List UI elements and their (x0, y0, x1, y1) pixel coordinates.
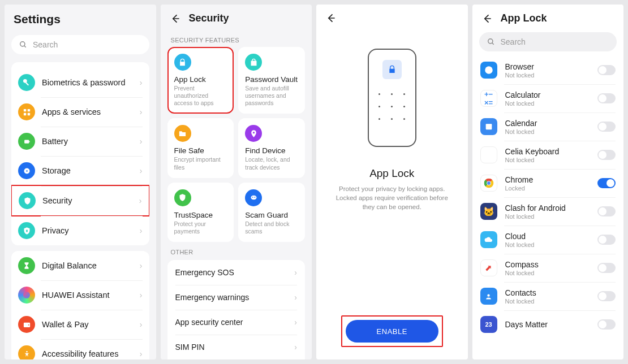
settings-item-apps-services[interactable]: Apps & services› (11, 97, 149, 127)
compass-icon: ⬈ (480, 259, 497, 276)
settings-item-label: Digital Balance (42, 261, 133, 270)
settings-item-digital-balance[interactable]: Digital Balance› (11, 251, 149, 280)
svg-point-35 (487, 294, 489, 296)
app-lock-toggle[interactable] (597, 235, 616, 245)
lock-icon (174, 54, 191, 71)
security-card-trustspace[interactable]: TrustSpaceProtect your payments (167, 183, 234, 242)
app-lock-toggle[interactable] (597, 122, 616, 132)
app-name: Celia Keyboard (505, 147, 590, 156)
app-status: Locked (505, 185, 590, 192)
section-header: SECURITY FEATURES (161, 30, 312, 47)
svg-point-15 (28, 324, 29, 325)
app-status: Not locked (505, 72, 590, 79)
svg-point-27 (485, 66, 493, 74)
chevron-right-icon: › (294, 318, 297, 327)
access-icon (18, 345, 35, 359)
pin-dots (375, 89, 409, 123)
chevron-right-icon: › (140, 261, 143, 270)
app-status: Not locked (505, 213, 590, 220)
svg-rect-4 (23, 109, 25, 111)
app-lock-toggle[interactable] (597, 65, 616, 75)
app-row-chrome: ChromeLocked (472, 169, 624, 197)
app-name: Clash for Android (505, 203, 590, 213)
settings-item-label: Biometrics & password (42, 78, 133, 87)
search-placeholder: Search (33, 40, 58, 49)
app-lock-toggle[interactable] (597, 263, 616, 273)
battery-icon (18, 133, 35, 150)
days-icon: 23 (480, 316, 497, 333)
search-input[interactable]: Search (479, 32, 617, 51)
other-item-label: App security center (175, 318, 243, 327)
enable-button[interactable]: ENABLE (346, 320, 438, 343)
settings-item-battery[interactable]: Battery› (11, 127, 149, 156)
app-name: Browser (505, 62, 590, 71)
other-item-label: SIM PIN (175, 343, 205, 352)
app-lock-toggle[interactable] (597, 178, 616, 188)
settings-item-security[interactable]: Security› (11, 185, 149, 216)
contact-icon (480, 288, 497, 305)
back-arrow-icon[interactable] (170, 13, 181, 24)
settings-item-biometrics-password[interactable]: Biometrics & password› (11, 68, 149, 97)
other-item-sim-pin[interactable]: SIM PIN› (167, 335, 306, 359)
chevron-right-icon: › (139, 196, 142, 205)
app-status: Not locked (505, 100, 590, 107)
page-title: App Lock (501, 12, 547, 24)
app-name: Cloud (505, 232, 590, 241)
security-feature-grid: App LockPrevent unauthorized access to a… (161, 47, 312, 242)
card-subtitle: Save and autofill usernames and password… (245, 85, 298, 107)
card-subtitle: Protect your payments (174, 220, 227, 235)
app-status: Not locked (505, 270, 590, 276)
card-subtitle: Encrypt important files (174, 156, 227, 171)
assistant-icon (18, 287, 35, 304)
svg-point-16 (26, 350, 28, 352)
app-lock-toggle[interactable] (597, 93, 616, 103)
settings-item-huawei-assistant[interactable]: HUAWEI Assistant› (11, 280, 149, 310)
app-lock-toggle[interactable] (597, 150, 616, 160)
security-card-password-vault[interactable]: Password VaultSave and autofill username… (238, 47, 305, 114)
svg-rect-3 (25, 82, 29, 85)
back-arrow-icon[interactable] (325, 12, 337, 24)
settings-item-accessibility-features[interactable]: Accessibility features› (11, 339, 149, 359)
card-subtitle: Detect and block scams (245, 220, 298, 235)
app-name: Chrome (505, 175, 590, 184)
security-other-list: Emergency SOS›Emergency warnings›App sec… (167, 260, 306, 359)
svg-rect-5 (27, 109, 29, 111)
search-input[interactable]: Search (11, 35, 149, 54)
svg-point-19 (253, 132, 255, 133)
svg-rect-12 (26, 229, 28, 232)
chevron-right-icon: › (140, 78, 143, 87)
settings-item-storage[interactable]: Storage› (11, 156, 149, 185)
enable-button-highlight: ENABLE (341, 315, 443, 347)
back-arrow-icon[interactable] (481, 13, 493, 24)
settings-item-wallet-pay[interactable]: Wallet & Pay› (11, 310, 149, 339)
svg-rect-29 (485, 124, 492, 125)
svg-rect-6 (23, 112, 25, 115)
security-card-scam-guard[interactable]: Scam GuardDetect and block scams (238, 183, 305, 242)
settings-item-privacy[interactable]: Privacy› (11, 216, 149, 245)
other-item-app-security-center[interactable]: App security center› (167, 310, 306, 335)
svg-point-22 (254, 197, 255, 198)
security-card-app-lock[interactable]: App LockPrevent unauthorized access to a… (167, 47, 234, 114)
app-status: Not locked (505, 157, 590, 163)
security-card-file-safe[interactable]: File SafeEncrypt important files (167, 118, 234, 177)
shield-icon (174, 189, 191, 206)
security-pane: Security SECURITY FEATURES App LockPreve… (161, 5, 312, 359)
other-item-emergency-sos[interactable]: Emergency SOS› (167, 260, 306, 285)
applock-list-header: App Lock (472, 5, 624, 30)
security-card-find-device[interactable]: Find DeviceLocate, lock, and track devic… (238, 118, 305, 177)
page-title: Security (189, 12, 229, 24)
card-title: Scam Guard (245, 211, 298, 219)
app-row-calendar: CalendarNot locked (472, 112, 624, 141)
app-lock-toggle[interactable] (597, 291, 616, 301)
chevron-right-icon: › (140, 320, 143, 329)
app-lock-toggle[interactable] (597, 319, 616, 330)
chevron-right-icon: › (140, 291, 143, 300)
applock-description: Protect your privacy by locking apps. Lo… (330, 184, 454, 211)
settings-item-label: Accessibility features (42, 349, 133, 358)
app-lock-toggle[interactable] (597, 206, 616, 216)
wallet-icon (18, 316, 35, 333)
other-item-emergency-warnings[interactable]: Emergency warnings› (167, 285, 306, 310)
settings-item-label: Storage (42, 166, 133, 175)
search-icon (19, 41, 27, 49)
settings-item-label: Apps & services (42, 107, 133, 116)
